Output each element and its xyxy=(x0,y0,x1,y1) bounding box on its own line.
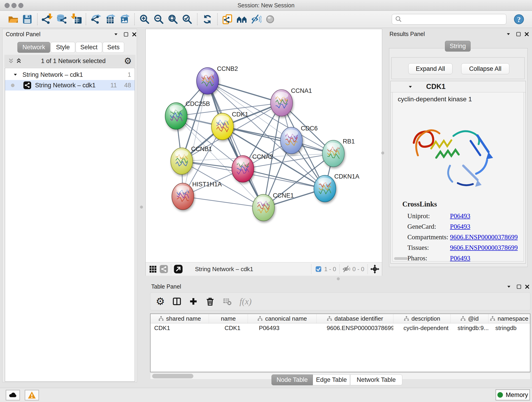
show-all-button[interactable] xyxy=(263,12,277,26)
network-node-CCNA1[interactable] xyxy=(271,89,293,116)
network-edge[interactable] xyxy=(243,169,325,189)
delete-table-icon[interactable] xyxy=(222,297,232,306)
tab-edge-table[interactable]: Edge Table xyxy=(313,375,350,385)
control-panel-close-button[interactable] xyxy=(130,31,138,38)
network-options-gear-icon[interactable]: ⚙ xyxy=(124,57,132,65)
column-header[interactable]: @id xyxy=(451,314,488,323)
import-network-from-database-button[interactable] xyxy=(55,12,69,26)
expand-all-networks-button[interactable] xyxy=(15,57,23,65)
network-node-CDK1[interactable] xyxy=(211,113,234,140)
expand-all-button[interactable]: Expand All xyxy=(408,63,452,74)
zoom-out-button[interactable] xyxy=(152,12,166,26)
show-columns-icon[interactable] xyxy=(172,297,181,306)
detach-view-button[interactable] xyxy=(174,265,182,273)
crosslink-value[interactable]: P06493 xyxy=(450,254,470,262)
results-panel-float-button[interactable] xyxy=(515,30,522,38)
crosslink-value[interactable]: 9606.ENSP00000378699 xyxy=(450,233,518,241)
export-table-button[interactable] xyxy=(103,12,117,26)
selected-checkbox[interactable] xyxy=(315,265,322,273)
crosslink-row: Compartments: 9606.ENSP00000378699 xyxy=(407,232,522,242)
table-panel-close-button[interactable] xyxy=(523,283,531,291)
tab-network-table[interactable]: Network Table xyxy=(350,375,402,385)
memory-ok-dot xyxy=(497,392,503,398)
warnings-button[interactable] xyxy=(25,390,39,400)
table-row[interactable]: CDK1 CDK1 P06493 9606.ENSP00000378699 cy… xyxy=(151,323,530,332)
zoom-selected-button[interactable] xyxy=(180,12,194,26)
column-header[interactable]: description xyxy=(393,314,451,323)
application-window: Session: New Session ? Control Panel xyxy=(0,0,532,402)
network-node-HIST1H1A[interactable] xyxy=(172,183,194,210)
table-hscrollbar-thumb[interactable] xyxy=(152,374,193,378)
toolbar-separator xyxy=(134,13,135,25)
network-row[interactable]: String Network – cdk1 11 48 xyxy=(5,80,135,90)
tab-node-table[interactable]: Node Table xyxy=(272,375,313,385)
function-builder-icon[interactable]: f(x) xyxy=(239,296,252,306)
fit-content-button[interactable] xyxy=(166,12,180,26)
column-header[interactable]: namespace xyxy=(488,314,530,323)
network-canvas[interactable]: CCNB2CCNA1CDC25BCDK1CDC6RB1CCNB1CCNA2HIS… xyxy=(146,29,382,262)
tab-network[interactable]: Network xyxy=(17,42,50,53)
open-session-button[interactable] xyxy=(6,12,20,26)
table-panel-menu-button[interactable] xyxy=(505,283,513,291)
network-node-CCNA2[interactable] xyxy=(232,156,254,182)
network-node-CCNE1[interactable] xyxy=(253,194,274,221)
protein-section-header[interactable]: CDK1 xyxy=(391,81,526,92)
crosslink-value[interactable]: 9606.ENSP00000378699 xyxy=(450,244,518,251)
splitter-handle[interactable] xyxy=(381,152,384,154)
network-type-button[interactable] xyxy=(160,265,168,273)
zoom-in-button[interactable] xyxy=(138,12,152,26)
control-panel-menu-button[interactable] xyxy=(112,31,120,38)
splitter-handle[interactable] xyxy=(140,206,143,209)
network-node-CDC6[interactable] xyxy=(280,127,302,154)
first-neighbors-button[interactable] xyxy=(234,12,249,26)
hide-selected-button[interactable] xyxy=(249,12,263,26)
crosslink-value[interactable]: P06493 xyxy=(450,223,470,230)
network-node-CDC25B[interactable] xyxy=(165,103,187,129)
grid-view-button[interactable] xyxy=(149,265,157,273)
column-header[interactable]: shared name xyxy=(151,314,209,323)
column-header[interactable]: canonical name xyxy=(248,314,317,323)
tab-string[interactable]: String xyxy=(445,41,471,51)
column-header[interactable]: name xyxy=(209,314,248,323)
import-network-from-file-button[interactable] xyxy=(40,12,55,26)
network-graph-svg[interactable]: CCNB2CCNA1CDC25BCDK1CDC6RB1CCNB1CCNA2HIS… xyxy=(146,29,382,262)
import-table-from-file-button[interactable] xyxy=(69,12,83,26)
crosslink-value[interactable]: P06493 xyxy=(450,212,470,220)
string-network-icon xyxy=(23,81,32,89)
column-header[interactable]: database identifier xyxy=(317,314,393,323)
export-network-button[interactable] xyxy=(89,12,103,26)
results-panel-close-button[interactable] xyxy=(523,30,531,38)
help-button[interactable]: ? xyxy=(512,12,526,26)
table-settings-gear-icon[interactable]: ⚙ xyxy=(156,296,165,306)
collapse-all-button[interactable]: Collapse All xyxy=(461,63,509,74)
cloud-status-button[interactable] xyxy=(6,390,20,400)
network-edge[interactable] xyxy=(183,81,208,196)
export-image-button[interactable] xyxy=(117,12,132,26)
control-panel-float-button[interactable] xyxy=(122,31,130,38)
save-session-button[interactable] xyxy=(20,12,34,26)
network-edge[interactable] xyxy=(208,81,264,208)
table-panel-float-button[interactable] xyxy=(515,283,523,291)
tab-select[interactable]: Select xyxy=(76,42,102,53)
network-node-CCNB1[interactable] xyxy=(171,148,193,174)
network-edge[interactable] xyxy=(208,81,282,103)
memory-button[interactable]: Memory xyxy=(496,389,530,400)
hidden-toggle[interactable] xyxy=(343,265,351,273)
network-node-CDKN1A[interactable] xyxy=(314,175,336,202)
tab-style[interactable]: Style xyxy=(51,42,75,53)
network-node-CCNB2[interactable] xyxy=(196,68,219,94)
network-collection-row[interactable]: String Network – cdk1 1 xyxy=(5,70,135,80)
network-node-RB1[interactable] xyxy=(322,140,344,167)
tab-sets[interactable]: Sets xyxy=(103,42,124,53)
new-network-from-selection-button[interactable] xyxy=(220,12,234,26)
search-input[interactable] xyxy=(403,14,503,24)
add-column-icon[interactable] xyxy=(189,297,198,306)
apply-preferred-layout-button[interactable] xyxy=(200,12,215,26)
collapse-all-networks-button[interactable] xyxy=(7,57,15,65)
delete-column-icon[interactable] xyxy=(206,297,215,306)
splitter-handle[interactable] xyxy=(337,277,340,280)
birds-eye-view-button[interactable] xyxy=(371,265,379,273)
network-edge[interactable] xyxy=(183,196,264,208)
results-scrollbar-thumb[interactable] xyxy=(394,257,408,260)
results-panel-menu-button[interactable] xyxy=(505,30,512,38)
